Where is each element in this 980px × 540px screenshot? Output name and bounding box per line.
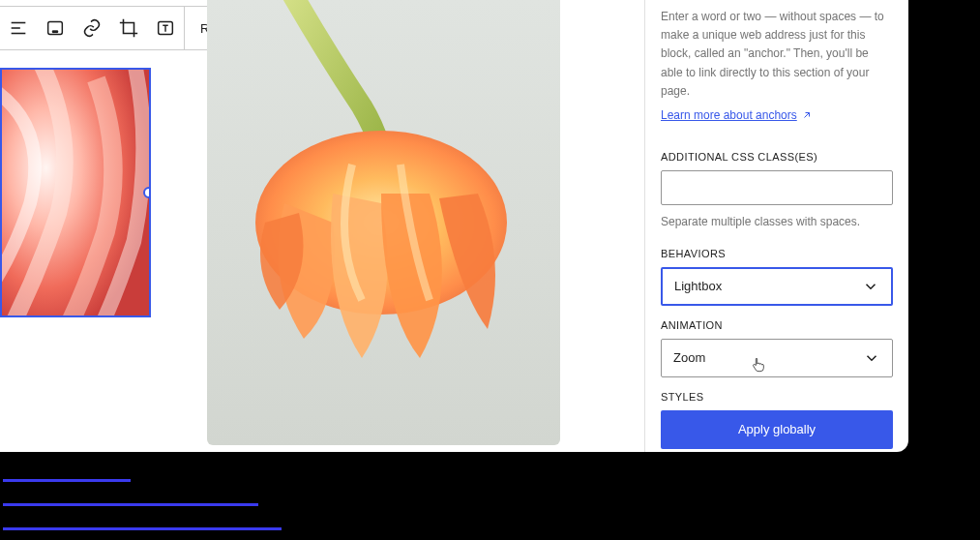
crop-icon[interactable]	[110, 7, 147, 49]
behaviors-select[interactable]: Lightbox	[661, 267, 893, 306]
animation-label: ANIMATION	[661, 319, 893, 331]
behaviors-value: Lightbox	[674, 279, 722, 293]
animation-select[interactable]: Zoom	[661, 339, 893, 377]
learn-more-anchors-link[interactable]: Learn more about anchors	[661, 108, 813, 122]
apply-globally-button[interactable]: Apply globally	[661, 410, 893, 449]
bar-1	[3, 479, 131, 482]
svg-point-6	[56, 31, 57, 32]
align-icon[interactable]	[0, 7, 37, 49]
styles-label: STYLES	[661, 391, 893, 403]
css-classes-input[interactable]	[661, 170, 893, 205]
bar-3	[3, 527, 282, 530]
image-flower-1	[2, 70, 149, 315]
chevron-down-icon	[862, 278, 879, 295]
block-settings-sidebar: Enter a word or two — without spaces — t…	[645, 0, 908, 452]
anchor-help-text: Enter a word or two — without spaces — t…	[661, 8, 893, 101]
decorative-bars	[3, 479, 282, 540]
editor-canvas: Replace	[0, 0, 645, 452]
link-icon[interactable]	[74, 7, 110, 49]
animation-value: Zoom	[673, 350, 705, 365]
resize-handle[interactable]	[143, 187, 151, 198]
css-classes-label: ADDITIONAL CSS CLASS(ES)	[661, 151, 893, 163]
selected-image-block[interactable]	[0, 68, 151, 317]
bar-2	[3, 503, 258, 506]
learn-more-label: Learn more about anchors	[661, 108, 797, 122]
css-classes-caption: Separate multiple classes with spaces.	[661, 213, 893, 230]
text-overlay-icon[interactable]	[147, 7, 184, 49]
behaviors-label: BEHAVIORS	[661, 248, 893, 259]
app-frame: Replace	[0, 0, 908, 452]
caption-icon[interactable]	[37, 7, 74, 49]
external-link-icon	[801, 109, 813, 121]
image-flower-2[interactable]	[207, 0, 560, 445]
chevron-down-icon	[863, 349, 880, 367]
